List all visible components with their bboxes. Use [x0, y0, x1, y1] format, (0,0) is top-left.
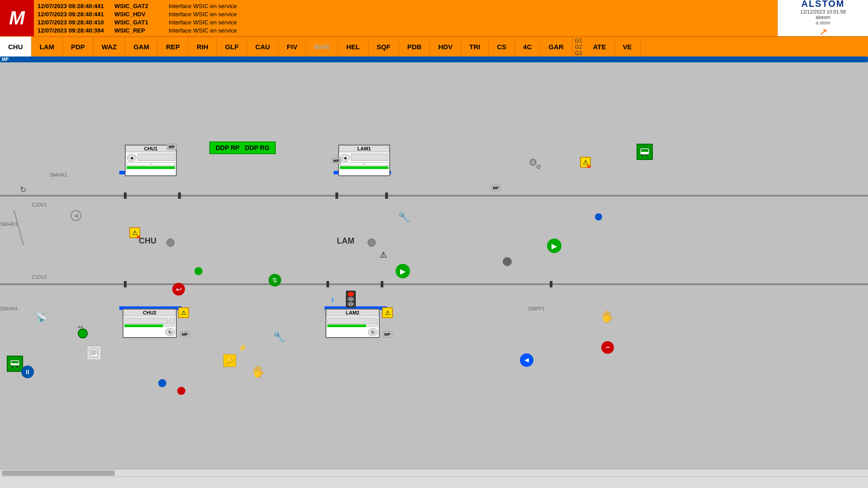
train-icon-bottom[interactable] [7, 356, 23, 372]
key-icon[interactable]: 🔑 [223, 354, 236, 367]
header: M 12/07/2023 09:28:40:441 WSIC_GAT2 Inte… [0, 0, 868, 36]
station-panel-lam2: LAM2 ↻ [326, 309, 380, 338]
tl-green [348, 302, 354, 306]
nav-item-ve[interactable]: VE [615, 37, 641, 57]
nav-item-rep[interactable]: REP [158, 37, 189, 57]
navbar: CHU LAM PDP WAZ GAM REP RIH GLF CAU FIV … [0, 36, 868, 56]
nav-item-cau[interactable]: CAU [247, 37, 279, 57]
nav-item-mar[interactable]: MAR [306, 37, 338, 57]
nav-item-sqf[interactable]: SQF [368, 37, 399, 57]
gray-circle-right [503, 257, 512, 266]
x-mark-right: ✕ [586, 164, 591, 170]
hand-icon-right[interactable]: 🖐 [600, 310, 614, 323]
train-icon-top[interactable] [637, 144, 653, 160]
circle-lam [368, 239, 376, 247]
logo-area: M [0, 0, 34, 36]
track-marker-8 [550, 281, 552, 287]
tl-yellow [348, 297, 354, 301]
track-marker-6 [326, 281, 329, 287]
panel-nav-left-lam1[interactable]: ◄ [340, 154, 350, 162]
alstom-date: 12/12/2023 10:01:58 [800, 9, 846, 14]
arrow-circle-left[interactable]: ◄ [71, 210, 81, 221]
document-icon[interactable] [87, 346, 101, 360]
station-panel-chu2-body: ↻ [123, 316, 176, 338]
hand-icon[interactable]: 🖐 [251, 366, 265, 378]
nav-item-4c[interactable]: 4C [515, 37, 540, 57]
alert-time-2: 12/07/2023 09:28:40:441 [38, 11, 114, 18]
section-c10v1: C10V1 [32, 202, 47, 207]
auto-circle [78, 328, 88, 338]
pause-button[interactable]: ⏸ [21, 366, 34, 378]
panel-bar-empty-lam1-2 [365, 162, 389, 166]
circle-chu [166, 239, 175, 247]
nav-item-ate[interactable]: ATE [585, 37, 615, 57]
section-smpp1: SMPP1 [528, 306, 545, 311]
gear-icon-2[interactable]: ⚙ [536, 163, 542, 170]
play-btn-right[interactable]: ▶ [547, 239, 561, 253]
station-panel-lam2-title: LAM2 [326, 310, 379, 316]
alert-msg-3: Interface WSIC en service [169, 19, 237, 26]
nav-item-rih[interactable]: RIH [189, 37, 217, 57]
alstom-arrow-icon: ↗ [819, 26, 827, 38]
track-upper [0, 195, 868, 197]
panel-bar-gray-lam2 [367, 324, 378, 327]
nav-item-hel[interactable]: HEL [338, 37, 368, 57]
panel-display-lam1 [351, 154, 388, 161]
alert-time-1: 12/07/2023 09:28:40:441 [38, 3, 114, 9]
nav-item-lam[interactable]: LAM [32, 37, 63, 57]
panel-nav-lam2[interactable]: ↻ [368, 328, 378, 336]
warn-icon-chu2: ⚠ [178, 307, 189, 318]
nav-item-pdb[interactable]: PDB [399, 37, 430, 57]
station-panel-lam1-body: ◄ [339, 152, 389, 170]
alert-time-4: 12/07/2023 09:28:40:394 [38, 27, 114, 34]
nav-item-pdp[interactable]: PDP [63, 37, 94, 57]
tools-icon[interactable]: 🔧 [273, 331, 285, 343]
alstom-sub: a:stom [816, 20, 830, 25]
nav-item-gar[interactable]: GAR [540, 37, 572, 57]
scrollbar-horizontal[interactable] [0, 469, 868, 476]
ddp-rg-label: DDP RG [245, 144, 269, 151]
track-lower [0, 283, 868, 285]
line-btn-g3[interactable]: G3 [575, 50, 582, 56]
track-marker-4 [385, 192, 388, 199]
play-btn-middle[interactable]: ▶ [396, 264, 410, 278]
track-marker-5 [124, 281, 127, 287]
nav-item-chu[interactable]: CHU [0, 37, 32, 57]
line-btn-g2[interactable]: G2 [575, 44, 582, 50]
nav-item-gam[interactable]: GAM [125, 37, 158, 57]
nav-item-cs[interactable]: CS [489, 37, 515, 57]
panel-nav-left-chu1[interactable]: ◄ [127, 154, 137, 162]
mp-badge-lam1: MP [331, 158, 341, 164]
line-btn-g1[interactable]: G1 [575, 38, 582, 44]
small-arrows-icon: ⚡ [238, 343, 247, 352]
panel-bar-green-chu1 [127, 166, 175, 169]
alstom-area: ALSTOM 12/12/2023 10:01:58 alstom a:stom… [778, 0, 868, 36]
blue-circle-bottom [158, 379, 166, 387]
nav-item-waz[interactable]: WAZ [94, 37, 125, 57]
auto-label: Aut [78, 328, 88, 338]
panel-bar-chu2 [169, 318, 175, 324]
alert-msg-4: Interface WSIC en service [169, 27, 237, 34]
metro-logo: M [9, 7, 25, 29]
nav-item-fiv[interactable]: FIV [278, 37, 306, 57]
panel-bar-green-lam1 [340, 166, 388, 169]
left-arrow-circle[interactable]: ◄ [520, 353, 533, 367]
refresh-icon[interactable]: ↻ [20, 185, 27, 195]
nav-item-tri[interactable]: TRI [461, 37, 489, 57]
scrollbar-thumb[interactable] [2, 470, 115, 476]
red-minus[interactable]: − [601, 341, 614, 354]
alstom-logo: ALSTOM [801, 0, 844, 9]
keys-icon[interactable]: 🔧 [398, 211, 410, 223]
nav-item-hdv[interactable]: HDV [430, 37, 461, 57]
section-smhr3: SMHR3 [0, 221, 18, 227]
red-arrow-icon[interactable]: ↩ [172, 283, 185, 296]
panel-bar-empty-lam1-1 [340, 162, 364, 166]
swap-icon[interactable]: ⇅ [269, 274, 281, 286]
track-marker-2 [178, 192, 181, 199]
panel-nav-chu2[interactable]: ↻ [165, 328, 175, 336]
info-icon[interactable]: ℹ [331, 296, 334, 303]
green-circle-left [194, 267, 203, 275]
mp-badge-lam2: MP [382, 331, 392, 338]
nav-item-glf[interactable]: GLF [217, 37, 247, 57]
mp-badge-chu2: MP [180, 331, 190, 338]
